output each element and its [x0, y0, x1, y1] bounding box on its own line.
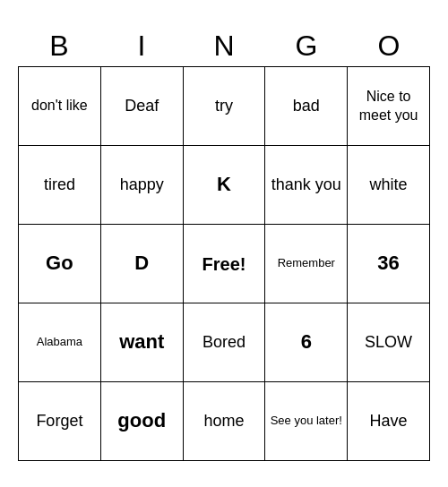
- cell-r4-c2: home: [184, 382, 266, 461]
- cell-r4-c4: Have: [348, 382, 430, 461]
- header-letter-N: N: [183, 26, 265, 66]
- bingo-header: BINGO: [18, 26, 430, 66]
- cell-r1-c0: tired: [19, 146, 101, 225]
- cell-r4-c1: good: [101, 382, 184, 461]
- cell-r2-c2: Free!: [184, 225, 266, 303]
- cell-r4-c3: See you later!: [265, 382, 348, 461]
- cell-r0-c1: Deaf: [101, 67, 184, 146]
- header-letter-G: G: [265, 26, 348, 66]
- cell-r2-c1: D: [101, 225, 184, 303]
- cell-r2-c4: 36: [348, 225, 430, 303]
- cell-r0-c3: bad: [265, 67, 348, 146]
- cell-r3-c1: want: [101, 303, 184, 382]
- bingo-card: BINGO don't likeDeaftrybadNice to meet y…: [18, 26, 430, 461]
- cell-r1-c2: K: [184, 146, 266, 225]
- bingo-grid: don't likeDeaftrybadNice to meet youtire…: [18, 66, 430, 461]
- cell-r3-c4: SLOW: [348, 303, 430, 382]
- cell-r0-c4: Nice to meet you: [348, 67, 430, 146]
- cell-r3-c0: Alabama: [19, 303, 101, 382]
- header-letter-O: O: [348, 26, 430, 66]
- cell-r0-c2: try: [184, 67, 266, 146]
- header-letter-B: B: [18, 26, 100, 66]
- cell-r1-c3: thank you: [265, 146, 348, 225]
- cell-r1-c4: white: [348, 146, 430, 225]
- cell-r3-c2: Bored: [184, 303, 266, 382]
- cell-r4-c0: Forget: [19, 382, 101, 461]
- header-letter-I: I: [100, 26, 183, 66]
- cell-r0-c0: don't like: [19, 67, 101, 146]
- cell-r1-c1: happy: [101, 146, 184, 225]
- cell-r3-c3: 6: [265, 303, 348, 382]
- cell-r2-c3: Remember: [265, 225, 348, 303]
- cell-r2-c0: Go: [19, 225, 101, 303]
